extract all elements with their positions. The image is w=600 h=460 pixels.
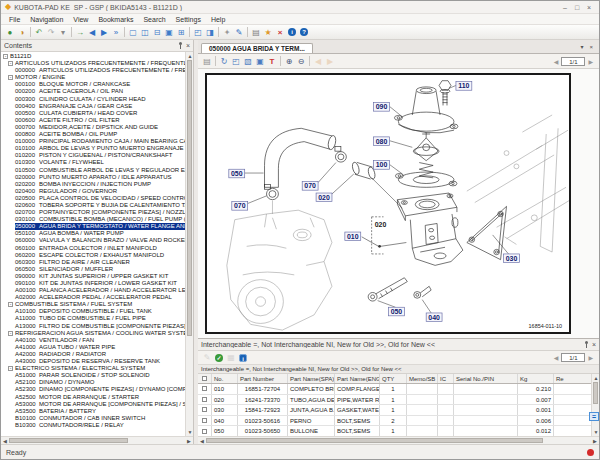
tree-item-A41000[interactable]: A41000AGUA TUBO / WATER PIPE bbox=[1, 344, 185, 351]
tree-item-root[interactable]: -B1121D bbox=[1, 53, 185, 60]
tree-item-000500[interactable]: 000500CULATA CUBIERTA / HEAD COVER bbox=[1, 110, 185, 117]
expander-icon[interactable]: - bbox=[8, 366, 13, 371]
tree-item-020500[interactable]: 020500PLACA CONTROL DE VELOCIDAD / SPEED… bbox=[1, 195, 185, 202]
tree-item-020700[interactable]: 020700PORTAINYECTOR [COMPONENTE PIEZAS] … bbox=[1, 209, 185, 216]
tree-scroll-thumb[interactable] bbox=[187, 60, 192, 336]
image-icon[interactable]: ▣ bbox=[254, 55, 266, 68]
table-hscroll-thumb[interactable] bbox=[206, 438, 543, 443]
tab-diagram-050000[interactable]: 050000 AGUA BRIDA Y TERM... bbox=[201, 43, 313, 53]
table-horizontal-scrollbar[interactable]: ◀ ▶ bbox=[198, 436, 599, 444]
tree-item-010500[interactable]: 010500COMBUSTIBLE ARBOL DE LEVAS Y REGUL… bbox=[1, 167, 185, 174]
callout-070[interactable]: 070 bbox=[232, 202, 248, 211]
row-checkbox[interactable] bbox=[198, 395, 212, 405]
apply-icon[interactable]: ✓ bbox=[215, 354, 223, 362]
maximize-button[interactable]: □ bbox=[571, 2, 583, 13]
column-header-part-name-eng-[interactable]: Part Name(ENG) bbox=[335, 374, 380, 383]
callout-050[interactable]: 050 bbox=[229, 169, 245, 178]
checkbox-icon[interactable] bbox=[202, 429, 207, 434]
scroll-up-icon[interactable]: ▲ bbox=[592, 374, 600, 382]
tree-item-group[interactable]: -ARTICULOS UTILIZADOS FRECUENTEMENTE / F… bbox=[1, 60, 185, 67]
tree-item-010000[interactable]: 010000PRINCIPAL RODAMIENTO CAJA / MAIN B… bbox=[1, 138, 185, 145]
tree-item-A52300[interactable]: A52300DINAMO [COMPONENTE PIEZAS] / DYNAM… bbox=[1, 386, 185, 393]
tree-item-090100[interactable]: 090100KIT DE JUNTAS INFERIOR / LOWER GAS… bbox=[1, 280, 185, 287]
close-icon[interactable]: × bbox=[186, 42, 190, 50]
tree-item-A00100[interactable]: A00100PALANCA ACELERADOR / HAND ACCELERA… bbox=[1, 287, 185, 294]
expander-icon[interactable]: - bbox=[8, 61, 13, 66]
window-list-icon[interactable]: ◰ bbox=[192, 26, 204, 39]
tree-item-060100[interactable]: 060100ENTRADA COLECTOR / INLET MANIFOLD bbox=[1, 245, 185, 252]
layout-split-icon[interactable]: ◫ bbox=[139, 26, 151, 39]
tree-vertical-scrollbar[interactable]: ▲ ▼ bbox=[185, 52, 193, 436]
expander-icon[interactable]: - bbox=[3, 54, 8, 59]
zoom-area-icon[interactable]: ◰ bbox=[230, 55, 242, 68]
tree-item-020400[interactable]: 020400REGULADOR / GOVERNOR bbox=[1, 188, 185, 195]
minimize-button[interactable]: – bbox=[559, 2, 571, 13]
table-vertical-scrollbar[interactable]: ▲ ▼ bbox=[591, 374, 599, 436]
column-header-re[interactable]: Re bbox=[554, 374, 591, 383]
column-header-no-[interactable]: No. bbox=[212, 374, 238, 383]
tree-item-A51000[interactable]: A51000PARAR SOLENOIDE / STOP SOLENOID bbox=[1, 372, 185, 379]
tree-item-050000[interactable]: 050000AGUA BRIDA Y TERMOSTATO / WATER FL… bbox=[1, 223, 185, 230]
callout-040[interactable]: 040 bbox=[426, 313, 442, 322]
scroll-up-icon[interactable]: ▲ bbox=[186, 52, 193, 60]
close-button[interactable]: × bbox=[583, 2, 595, 13]
scroll-down-icon[interactable]: ▼ bbox=[186, 428, 193, 436]
callout-100[interactable]: 100 bbox=[374, 161, 390, 170]
pen-tool-icon[interactable]: ✎ bbox=[233, 26, 245, 39]
tree-item-060500[interactable]: 060500SILENCIADOR / MUFFLER bbox=[1, 266, 185, 273]
tree-item-010100[interactable]: 010100ARBOL DE LEVAS Y PUNTO MUERTO ENGR… bbox=[1, 145, 185, 152]
jump-icon[interactable]: » bbox=[110, 26, 122, 39]
column-header-kg[interactable]: Kg bbox=[518, 374, 554, 383]
menu-help[interactable]: Help bbox=[206, 14, 230, 25]
menu-search[interactable]: Search bbox=[138, 14, 170, 25]
page-next-icon[interactable]: ▶ bbox=[585, 354, 596, 361]
rotate-icon[interactable]: ↻ bbox=[218, 55, 230, 68]
tree-item-020600[interactable]: 020600TOBERA SOPORTE Y BUJIA DE CALENTAM… bbox=[1, 202, 185, 209]
row-checkbox[interactable] bbox=[198, 384, 212, 394]
expander-icon[interactable]: - bbox=[8, 75, 13, 80]
interchangeable-badge[interactable]: = bbox=[589, 412, 599, 421]
column-header-ic[interactable]: IC bbox=[438, 374, 454, 383]
tree-item-A53000[interactable]: A53000MOTOR DE ARRANQUE [COMPONENTE PIEZ… bbox=[1, 401, 185, 408]
tree-item-030100[interactable]: 030100COMBUSTIBLE BOMBA (MECANICO) / FUE… bbox=[1, 216, 185, 223]
diagram-page-indicator[interactable]: 1/1 bbox=[561, 57, 585, 66]
help-icon[interactable]: ? bbox=[300, 28, 308, 36]
callout-090[interactable]: 090 bbox=[374, 103, 390, 112]
tree-item-group[interactable]: -MOTOR / ENGINE bbox=[1, 74, 185, 81]
menu-settings[interactable]: Settings bbox=[171, 14, 206, 25]
tree-item-010200[interactable]: 010200PISTON Y CIGUEENAL / PISTON/CRANKS… bbox=[1, 152, 185, 159]
tree-item-090000[interactable]: 090000KIT JUNTAS SUPERIOR / UPPER GASKET… bbox=[1, 273, 185, 280]
layout-horizontal-icon[interactable]: ⊟ bbox=[151, 26, 163, 39]
diagram-page[interactable]: 110090080100050070020070010020030050040 … bbox=[205, 73, 571, 334]
tree-item-060000[interactable]: 060000VALVULA Y BALANCIN BRAZO / VALVE A… bbox=[1, 237, 185, 244]
tree-item-A53500[interactable]: A53500BATERIA / BATTERY bbox=[1, 408, 185, 415]
zoom-in-icon[interactable]: ⊕ bbox=[283, 55, 295, 68]
home-icon[interactable]: ● bbox=[4, 26, 16, 39]
tree-item-A42000[interactable]: A42000RADIADOR / RADIATOR bbox=[1, 351, 185, 358]
checkbox-icon[interactable] bbox=[202, 376, 207, 381]
redo-icon[interactable]: ↷ bbox=[45, 26, 57, 39]
layout-image-icon[interactable]: ▣ bbox=[163, 26, 175, 39]
tree-hscroll-thumb[interactable] bbox=[9, 438, 128, 443]
redo-menu-icon[interactable]: ▾ bbox=[57, 26, 69, 39]
info-icon[interactable]: i bbox=[239, 354, 247, 362]
row-checkbox[interactable] bbox=[198, 405, 212, 415]
tree-item-000700[interactable]: 000700MEDIDOR,ACEITE / DIPSTICK AND GUID… bbox=[1, 124, 185, 131]
zoom-out-icon[interactable]: ⊖ bbox=[295, 55, 307, 68]
page-next-icon[interactable]: ▶ bbox=[585, 58, 596, 65]
table-row[interactable]: 02016241-73370TUBO,AGUA DE...PIPE,WATER … bbox=[198, 395, 591, 406]
row-checkbox[interactable] bbox=[198, 426, 212, 436]
tree-item-A52500[interactable]: A52500MOTOR DE ARRANQUE / STARTER bbox=[1, 394, 185, 401]
callout-030[interactable]: 030 bbox=[504, 254, 520, 263]
table-row[interactable]: 03015841-72923JUNTA,AGUA B...GASKET,WATE… bbox=[198, 405, 591, 416]
next-view-icon[interactable]: ▶ bbox=[98, 26, 110, 39]
checkbox-icon[interactable] bbox=[202, 418, 207, 423]
column-header-part-name-spa-[interactable]: Part Name(SPA) bbox=[288, 374, 335, 383]
delete-icon[interactable]: × bbox=[274, 26, 286, 39]
tree-item-A52100[interactable]: A52100DINAMO / DYNAMO bbox=[1, 379, 185, 386]
tree-item-000300[interactable]: 000300CILINDRO CULATA / CYLINDER HEAD bbox=[1, 96, 185, 103]
tree-item-000600[interactable]: 000600ACEITE FILTRO / OIL FILTER bbox=[1, 117, 185, 124]
prev-view-icon[interactable]: ◀ bbox=[86, 26, 98, 39]
expander-icon[interactable]: - bbox=[8, 302, 13, 307]
close-icon[interactable]: × bbox=[592, 341, 596, 349]
